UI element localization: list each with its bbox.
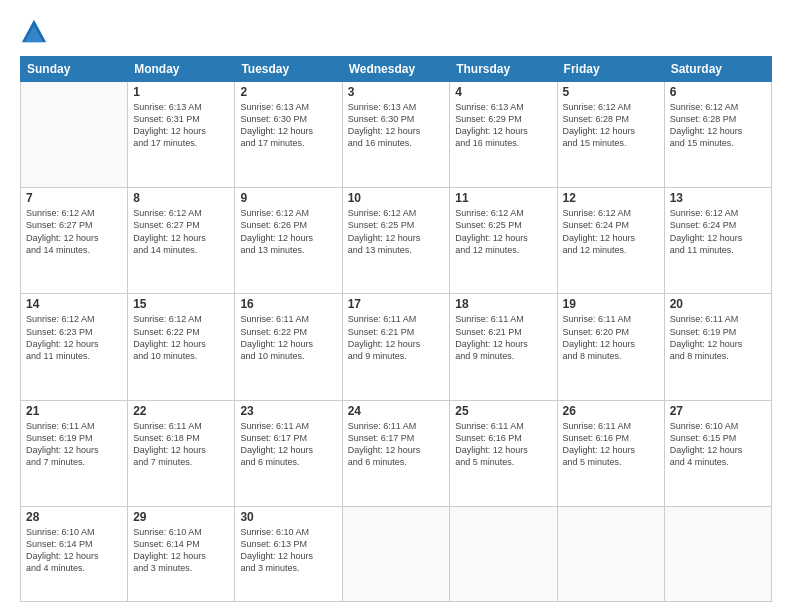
- day-number: 3: [348, 85, 445, 99]
- calendar-cell: 14Sunrise: 6:12 AMSunset: 6:23 PMDayligh…: [21, 294, 128, 400]
- day-number: 4: [455, 85, 551, 99]
- day-info: Sunrise: 6:13 AMSunset: 6:31 PMDaylight:…: [133, 101, 229, 150]
- calendar-cell: 27Sunrise: 6:10 AMSunset: 6:15 PMDayligh…: [664, 400, 771, 506]
- calendar-cell: 23Sunrise: 6:11 AMSunset: 6:17 PMDayligh…: [235, 400, 342, 506]
- calendar-cell: 11Sunrise: 6:12 AMSunset: 6:25 PMDayligh…: [450, 188, 557, 294]
- day-info: Sunrise: 6:12 AMSunset: 6:25 PMDaylight:…: [348, 207, 445, 256]
- weekday-wednesday: Wednesday: [342, 57, 450, 82]
- day-info: Sunrise: 6:12 AMSunset: 6:28 PMDaylight:…: [563, 101, 659, 150]
- day-number: 12: [563, 191, 659, 205]
- calendar-cell: 19Sunrise: 6:11 AMSunset: 6:20 PMDayligh…: [557, 294, 664, 400]
- day-info: Sunrise: 6:13 AMSunset: 6:30 PMDaylight:…: [348, 101, 445, 150]
- day-info: Sunrise: 6:11 AMSunset: 6:17 PMDaylight:…: [348, 420, 445, 469]
- calendar-cell: 4Sunrise: 6:13 AMSunset: 6:29 PMDaylight…: [450, 82, 557, 188]
- day-number: 30: [240, 510, 336, 524]
- calendar-cell: 10Sunrise: 6:12 AMSunset: 6:25 PMDayligh…: [342, 188, 450, 294]
- calendar-cell: 20Sunrise: 6:11 AMSunset: 6:19 PMDayligh…: [664, 294, 771, 400]
- day-number: 10: [348, 191, 445, 205]
- day-number: 11: [455, 191, 551, 205]
- calendar-cell: 3Sunrise: 6:13 AMSunset: 6:30 PMDaylight…: [342, 82, 450, 188]
- day-number: 17: [348, 297, 445, 311]
- day-number: 24: [348, 404, 445, 418]
- calendar-cell: 18Sunrise: 6:11 AMSunset: 6:21 PMDayligh…: [450, 294, 557, 400]
- day-info: Sunrise: 6:11 AMSunset: 6:17 PMDaylight:…: [240, 420, 336, 469]
- calendar-cell: 2Sunrise: 6:13 AMSunset: 6:30 PMDaylight…: [235, 82, 342, 188]
- day-info: Sunrise: 6:10 AMSunset: 6:14 PMDaylight:…: [26, 526, 122, 575]
- calendar-cell: 7Sunrise: 6:12 AMSunset: 6:27 PMDaylight…: [21, 188, 128, 294]
- weekday-sunday: Sunday: [21, 57, 128, 82]
- day-number: 25: [455, 404, 551, 418]
- day-number: 23: [240, 404, 336, 418]
- calendar-cell: 25Sunrise: 6:11 AMSunset: 6:16 PMDayligh…: [450, 400, 557, 506]
- day-info: Sunrise: 6:12 AMSunset: 6:23 PMDaylight:…: [26, 313, 122, 362]
- day-number: 26: [563, 404, 659, 418]
- day-info: Sunrise: 6:11 AMSunset: 6:19 PMDaylight:…: [670, 313, 766, 362]
- day-info: Sunrise: 6:10 AMSunset: 6:14 PMDaylight:…: [133, 526, 229, 575]
- week-row-4: 21Sunrise: 6:11 AMSunset: 6:19 PMDayligh…: [21, 400, 772, 506]
- calendar-cell: 28Sunrise: 6:10 AMSunset: 6:14 PMDayligh…: [21, 506, 128, 601]
- day-info: Sunrise: 6:10 AMSunset: 6:13 PMDaylight:…: [240, 526, 336, 575]
- day-number: 2: [240, 85, 336, 99]
- page: SundayMondayTuesdayWednesdayThursdayFrid…: [0, 0, 792, 612]
- weekday-friday: Friday: [557, 57, 664, 82]
- day-number: 29: [133, 510, 229, 524]
- day-number: 9: [240, 191, 336, 205]
- day-number: 8: [133, 191, 229, 205]
- day-info: Sunrise: 6:13 AMSunset: 6:29 PMDaylight:…: [455, 101, 551, 150]
- calendar-cell: [450, 506, 557, 601]
- day-number: 13: [670, 191, 766, 205]
- calendar-cell: 17Sunrise: 6:11 AMSunset: 6:21 PMDayligh…: [342, 294, 450, 400]
- weekday-monday: Monday: [128, 57, 235, 82]
- day-number: 22: [133, 404, 229, 418]
- day-info: Sunrise: 6:11 AMSunset: 6:19 PMDaylight:…: [26, 420, 122, 469]
- calendar-cell: 22Sunrise: 6:11 AMSunset: 6:18 PMDayligh…: [128, 400, 235, 506]
- day-number: 15: [133, 297, 229, 311]
- day-number: 28: [26, 510, 122, 524]
- calendar-cell: 12Sunrise: 6:12 AMSunset: 6:24 PMDayligh…: [557, 188, 664, 294]
- day-info: Sunrise: 6:12 AMSunset: 6:24 PMDaylight:…: [563, 207, 659, 256]
- calendar-cell: 30Sunrise: 6:10 AMSunset: 6:13 PMDayligh…: [235, 506, 342, 601]
- day-number: 14: [26, 297, 122, 311]
- calendar-cell: 15Sunrise: 6:12 AMSunset: 6:22 PMDayligh…: [128, 294, 235, 400]
- calendar-cell: 29Sunrise: 6:10 AMSunset: 6:14 PMDayligh…: [128, 506, 235, 601]
- weekday-thursday: Thursday: [450, 57, 557, 82]
- day-number: 18: [455, 297, 551, 311]
- week-row-5: 28Sunrise: 6:10 AMSunset: 6:14 PMDayligh…: [21, 506, 772, 601]
- calendar-cell: [342, 506, 450, 601]
- day-info: Sunrise: 6:12 AMSunset: 6:27 PMDaylight:…: [133, 207, 229, 256]
- day-info: Sunrise: 6:11 AMSunset: 6:16 PMDaylight:…: [455, 420, 551, 469]
- week-row-1: 1Sunrise: 6:13 AMSunset: 6:31 PMDaylight…: [21, 82, 772, 188]
- weekday-saturday: Saturday: [664, 57, 771, 82]
- week-row-3: 14Sunrise: 6:12 AMSunset: 6:23 PMDayligh…: [21, 294, 772, 400]
- day-number: 7: [26, 191, 122, 205]
- day-info: Sunrise: 6:11 AMSunset: 6:21 PMDaylight:…: [455, 313, 551, 362]
- day-info: Sunrise: 6:12 AMSunset: 6:27 PMDaylight:…: [26, 207, 122, 256]
- day-info: Sunrise: 6:11 AMSunset: 6:16 PMDaylight:…: [563, 420, 659, 469]
- logo: [20, 18, 52, 46]
- calendar-cell: 26Sunrise: 6:11 AMSunset: 6:16 PMDayligh…: [557, 400, 664, 506]
- weekday-header-row: SundayMondayTuesdayWednesdayThursdayFrid…: [21, 57, 772, 82]
- calendar-cell: 5Sunrise: 6:12 AMSunset: 6:28 PMDaylight…: [557, 82, 664, 188]
- day-number: 27: [670, 404, 766, 418]
- day-number: 1: [133, 85, 229, 99]
- day-number: 20: [670, 297, 766, 311]
- day-info: Sunrise: 6:12 AMSunset: 6:25 PMDaylight:…: [455, 207, 551, 256]
- calendar-table: SundayMondayTuesdayWednesdayThursdayFrid…: [20, 56, 772, 602]
- day-info: Sunrise: 6:11 AMSunset: 6:22 PMDaylight:…: [240, 313, 336, 362]
- day-info: Sunrise: 6:12 AMSunset: 6:28 PMDaylight:…: [670, 101, 766, 150]
- day-info: Sunrise: 6:13 AMSunset: 6:30 PMDaylight:…: [240, 101, 336, 150]
- calendar-cell: 24Sunrise: 6:11 AMSunset: 6:17 PMDayligh…: [342, 400, 450, 506]
- calendar-cell: [664, 506, 771, 601]
- calendar-cell: 6Sunrise: 6:12 AMSunset: 6:28 PMDaylight…: [664, 82, 771, 188]
- day-number: 21: [26, 404, 122, 418]
- calendar-cell: 1Sunrise: 6:13 AMSunset: 6:31 PMDaylight…: [128, 82, 235, 188]
- week-row-2: 7Sunrise: 6:12 AMSunset: 6:27 PMDaylight…: [21, 188, 772, 294]
- calendar-cell: 21Sunrise: 6:11 AMSunset: 6:19 PMDayligh…: [21, 400, 128, 506]
- day-number: 6: [670, 85, 766, 99]
- header: [20, 18, 772, 46]
- day-info: Sunrise: 6:11 AMSunset: 6:20 PMDaylight:…: [563, 313, 659, 362]
- weekday-tuesday: Tuesday: [235, 57, 342, 82]
- day-info: Sunrise: 6:10 AMSunset: 6:15 PMDaylight:…: [670, 420, 766, 469]
- day-info: Sunrise: 6:12 AMSunset: 6:22 PMDaylight:…: [133, 313, 229, 362]
- day-info: Sunrise: 6:12 AMSunset: 6:24 PMDaylight:…: [670, 207, 766, 256]
